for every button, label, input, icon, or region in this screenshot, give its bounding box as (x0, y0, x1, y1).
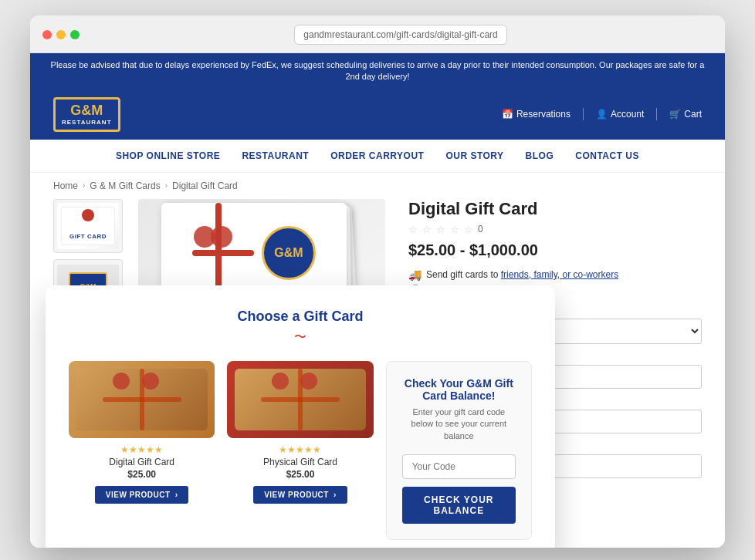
header-logo: G&M RESTAURANT (53, 97, 120, 132)
balance-input[interactable] (402, 454, 516, 479)
price-range: $25.00 - $1,000.00 (408, 241, 702, 259)
reservations-icon: 📅 (502, 109, 513, 120)
breadcrumb-sep-1: › (83, 181, 85, 190)
check-balance-button[interactable]: CHECK YOUR BALANCE (402, 487, 516, 524)
main-nav: SHOP ONLINE STORE RESTAURANT ORDER CARRY… (30, 140, 725, 173)
chevron-right-icon-2: › (333, 491, 337, 499)
header: G&M RESTAURANT 📅 Reservations 👤 Account … (30, 89, 725, 140)
star-4: ☆ (450, 224, 459, 235)
gc-name-1: Digital Gift Card (69, 457, 215, 467)
star-5: ☆ (464, 224, 473, 235)
product-title: Digital Gift Card (408, 199, 702, 219)
nav-story[interactable]: OUR STORY (445, 140, 503, 172)
thumb-card-1: GIFT CARD (57, 203, 119, 249)
view-product-btn-1[interactable]: VIEW PRODUCT › (95, 486, 189, 504)
popup-divider: 〜 (69, 329, 532, 346)
site-wrapper: Please be advised that due to delays exp… (30, 53, 725, 548)
popup-title: Choose a Gift Card (69, 309, 532, 325)
account-label: Account (611, 109, 644, 120)
thumbnail-1[interactable]: GIFT CARD (53, 199, 123, 253)
nav-contact[interactable]: CONTACT US (575, 140, 639, 172)
url-text: gandmrestaurant.com/gift-cards/digital-g… (303, 29, 497, 40)
cart-link[interactable]: 🛒 Cart (669, 109, 702, 120)
logo-badge: G&M RESTAURANT (53, 97, 120, 132)
nav-divider (583, 108, 584, 120)
reservations-label: Reservations (516, 109, 570, 120)
account-icon: 👤 (596, 109, 608, 120)
gift-card-item-1: ★★★★★ Digital Gift Card $25.00 VIEW PROD… (69, 361, 215, 504)
gift-cards-grid: ★★★★★ Digital Gift Card $25.00 VIEW PROD… (69, 361, 532, 540)
nav-blog[interactable]: BLOG (526, 140, 554, 172)
breadcrumb-sep-2: › (165, 181, 168, 190)
traffic-lights (42, 30, 80, 39)
feature-shipping-text: Send gift cards to friends, family, or c… (426, 269, 618, 280)
gc-name-2: Physical Gift Card (227, 457, 373, 467)
gc-image-1 (69, 361, 215, 438)
breadcrumb-home[interactable]: Home (53, 180, 78, 191)
balance-checker: Check Your G&M Gift Card Balance! Enter … (386, 361, 532, 540)
balance-subtitle: Enter your gift card code below to see y… (402, 407, 516, 442)
logo-restaurant: RESTAURANT (62, 119, 112, 127)
gift-card-item-2: ★★★★★ Physical Gift Card $25.00 VIEW PRO… (227, 361, 373, 504)
star-3: ☆ (436, 224, 445, 235)
browser-chrome: gandmrestaurant.com/gift-cards/digital-g… (30, 15, 725, 53)
announcement-bar: Please be advised that due to delays exp… (30, 53, 725, 89)
breadcrumb: Home › G & M Gift Cards › Digital Gift C… (30, 173, 725, 199)
gc-stars-1: ★★★★★ (69, 444, 215, 455)
nav-shop[interactable]: SHOP ONLINE STORE (116, 140, 220, 172)
stars-row: ☆ ☆ ☆ ☆ ☆ 0 (408, 224, 702, 235)
nav-restaurant[interactable]: RESTAURANT (242, 140, 309, 172)
balance-title: Check Your G&M Gift Card Balance! (402, 377, 516, 402)
reservations-link[interactable]: 📅 Reservations (502, 109, 570, 120)
chevron-right-icon: › (175, 491, 178, 499)
header-nav-right: 📅 Reservations 👤 Account 🛒 Cart (502, 108, 702, 120)
shipping-icon: 🚚 (408, 268, 422, 281)
friends-link[interactable]: friends, family, or co-workers (501, 269, 618, 280)
gc-stars-2: ★★★★★ (227, 444, 373, 455)
wave-icon: 〜 (294, 329, 306, 346)
logo-gm: G&M (70, 103, 103, 120)
site-main-content: Home › G & M Gift Cards › Digital Gift C… (30, 173, 725, 548)
cart-label: Cart (684, 109, 702, 120)
gc-price-1: $25.00 (69, 469, 215, 480)
browser-window: gandmrestaurant.com/gift-cards/digital-g… (30, 15, 725, 548)
announcement-text: Please be advised that due to delays exp… (51, 60, 705, 81)
breadcrumb-gift-cards[interactable]: G & M Gift Cards (90, 180, 160, 191)
nav-carryout[interactable]: ORDER CARRYOUT (330, 140, 424, 172)
breadcrumb-current: Digital Gift Card (172, 180, 238, 191)
gc-image-2 (227, 361, 373, 438)
close-button[interactable] (42, 30, 52, 39)
star-1: ☆ (408, 224, 418, 235)
star-2: ☆ (422, 224, 432, 235)
nav-divider-2 (656, 108, 657, 120)
review-count: 0 (478, 224, 483, 234)
account-link[interactable]: 👤 Account (596, 109, 644, 120)
gc-price-2: $25.00 (227, 469, 373, 480)
view-product-btn-2[interactable]: VIEW PRODUCT › (253, 486, 347, 504)
cart-icon: 🛒 (669, 109, 681, 120)
maximize-button[interactable] (70, 30, 80, 39)
feature-shipping: 🚚 Send gift cards to friends, family, or… (408, 268, 702, 281)
address-bar[interactable]: gandmrestaurant.com/gift-cards/digital-g… (294, 25, 507, 45)
popup-overlay: Choose a Gift Card 〜 (46, 285, 555, 548)
minimize-button[interactable] (56, 30, 66, 39)
